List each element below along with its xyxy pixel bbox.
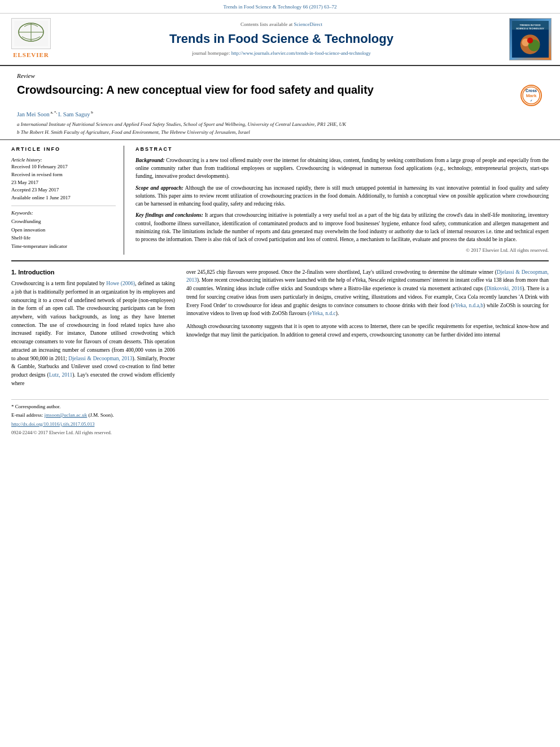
- article-title-row: Crowdsourcing: A new conceptual view for…: [17, 82, 543, 107]
- abstract-column: ABSTRACT Background: Crowdsourcing is a …: [135, 146, 549, 255]
- journal-cover-area: TRENDS IN FOOD SCIENCE & TECHNOLOGY: [506, 18, 554, 60]
- abstract-text: Background: Crowdsourcing is a new tool …: [135, 156, 549, 255]
- keyword-4: Time-temperature indicator: [11, 243, 116, 250]
- intro-left-column: 1. Introduction Crowdsourcing is a term …: [11, 268, 175, 388]
- sciencedirect-link[interactable]: ScienceDirect: [294, 21, 322, 27]
- article-history-label: Article history:: [11, 156, 116, 164]
- intro-title: Introduction: [18, 269, 54, 276]
- doi-link: http://dx.doi.org/10.1016/j.tifs.2017.05…: [11, 421, 549, 428]
- lutz-ref[interactable]: Lutz, 2011: [49, 372, 72, 378]
- affiliations: a International Institute of Nutritional…: [17, 121, 543, 136]
- author2-link[interactable]: I. Sam Saguy: [58, 111, 90, 117]
- received-revised-label: Received in revised form: [11, 171, 116, 178]
- crossmark-icon: Cross Mark ✓: [520, 85, 542, 106]
- affiliation-a: a International Institute of Nutritional…: [17, 121, 543, 129]
- abstract-label-2: Scope and approach:: [135, 185, 183, 191]
- article-info-column: ARTICLE INFO Article history: Received 1…: [11, 146, 124, 255]
- keyword-2: Open innovation: [11, 226, 116, 234]
- article-history-block: Article history: Received 10 February 20…: [11, 156, 116, 202]
- corresponding-author-note: * Corresponding author.: [11, 403, 549, 410]
- authors-line: Jan Mei Soon a, *, I. Sam Saguy b: [17, 110, 543, 119]
- journal-citation-bar: Trends in Food Science & Technology 66 (…: [0, 0, 560, 14]
- article-type-label: Review: [17, 72, 543, 80]
- author2-superscript: b: [90, 110, 93, 115]
- abstract-body-1: Crowdsourcing is a new tool offered main…: [135, 158, 549, 180]
- intro-number: 1.: [11, 269, 16, 276]
- email-label: E-mail address:: [11, 412, 43, 418]
- email-link[interactable]: jmsoon@uclan.ac.uk: [44, 412, 87, 418]
- intro-heading: 1. Introduction: [11, 268, 175, 277]
- intro-para-3: Although crowdsourcing taxonomy suggests…: [186, 322, 549, 339]
- svg-text:Mark: Mark: [526, 93, 537, 98]
- abstract-para-2: Scope and approach: Although the use of …: [135, 184, 549, 208]
- abstract-para-1: Background: Crowdsourcing is a new tool …: [135, 156, 549, 181]
- article-meta: Review Crowdsourcing: A new conceptual v…: [0, 66, 560, 141]
- djelassi-ref1[interactable]: Djelassi & Decoopman, 2013: [68, 356, 132, 361]
- abstract-body-2: Although the use of crowdsourcing has in…: [135, 185, 549, 207]
- svg-text:TRENDS IN FOOD: TRENDS IN FOOD: [520, 23, 541, 26]
- elsevier-logo-area: ELSEVIER: [6, 18, 56, 60]
- homepage-url[interactable]: http://www.journals.elsevier.com/trends-…: [231, 50, 371, 56]
- article-title: Crowdsourcing: A new conceptual view for…: [17, 82, 515, 97]
- journal-title-area: Contents lists available at ScienceDirec…: [62, 18, 501, 60]
- intro-right-column: over 245,825 chip flavours were proposed…: [186, 268, 549, 388]
- svg-text:✓: ✓: [530, 99, 532, 102]
- dinkovski-ref[interactable]: Dinkovski, 2016: [486, 286, 522, 291]
- introduction-section: 1. Introduction Crowdsourcing is a term …: [0, 261, 560, 394]
- email-note: E-mail address: jmsoon@uclan.ac.uk (J.M.…: [11, 412, 549, 419]
- abstract-copyright: © 2017 Elsevier Ltd. All rights reserved…: [135, 247, 549, 255]
- corresponding-label: * Corresponding author.: [11, 404, 60, 409]
- footnote-section: * Corresponding author. E-mail address: …: [11, 399, 549, 436]
- author1-link[interactable]: Jan Mei Soon: [17, 111, 50, 117]
- homepage-line: journal homepage: http://www.journals.el…: [192, 50, 371, 57]
- eyeka-ref2[interactable]: eYeka, n.d.c: [309, 311, 336, 316]
- footer-copyright: 0924-2244/© 2017 Elsevier Ltd. All right…: [11, 430, 549, 436]
- journal-title: Trends in Food Science & Technology: [169, 30, 393, 48]
- journal-cover-image: TRENDS IN FOOD SCIENCE & TECHNOLOGY: [509, 18, 552, 60]
- received-revised-date: 23 May 2017: [11, 179, 116, 186]
- article-info-abstract-section: ARTICLE INFO Article history: Received 1…: [0, 140, 560, 260]
- intro-para-1: Crowdsourcing is a term first populated …: [11, 279, 175, 387]
- accepted-date: Accepted 23 May 2017: [11, 186, 116, 194]
- svg-text:Cross: Cross: [526, 89, 537, 93]
- keyword-3: Shelf-life: [11, 234, 116, 242]
- svg-point-11: [527, 37, 533, 43]
- keywords-block: Keywords: Crowdfunding Open innovation S…: [11, 209, 116, 250]
- crossmark-badge: Cross Mark ✓: [520, 85, 543, 107]
- email-person: (J.M. Soon).: [89, 412, 114, 418]
- article-dates: Received 10 February 2017 Received in re…: [11, 163, 116, 201]
- divider-1: [11, 206, 116, 206]
- available-date: Available online 1 June 2017: [11, 194, 116, 202]
- keyword-1: Crowdfunding: [11, 218, 116, 225]
- journal-header: ELSEVIER Contents lists available at Sci…: [0, 14, 560, 66]
- eyeka-ref1[interactable]: eYeka, n.d.a,b: [453, 303, 483, 308]
- djelassi-ref2[interactable]: Djelassi & Decoopman, 2013: [186, 269, 549, 283]
- sciencedirect-line: Contents lists available at ScienceDirec…: [240, 21, 322, 28]
- keywords-label: Keywords:: [11, 210, 33, 216]
- abstract-label-1: Background:: [135, 158, 165, 163]
- author1-superscript: a, *,: [50, 110, 58, 115]
- article-info-heading: ARTICLE INFO: [11, 146, 116, 153]
- intro-para-2: over 245,825 chip flavours were proposed…: [186, 268, 549, 318]
- howe-ref[interactable]: Howe (2006): [106, 281, 135, 286]
- abstract-heading: ABSTRACT: [135, 146, 549, 153]
- journal-citation: Trends in Food Science & Technology 66 (…: [224, 4, 337, 10]
- elsevier-logo-image: [11, 18, 51, 49]
- abstract-label-3: Key findings and conclusions:: [135, 212, 203, 218]
- svg-text:SCIENCE & TECHNOLOGY: SCIENCE & TECHNOLOGY: [516, 27, 544, 29]
- elsevier-logo: ELSEVIER: [11, 18, 51, 59]
- elsevier-brand-text: ELSEVIER: [13, 51, 49, 59]
- affiliation-b: b The Robert H. Smith Faculty of Agricul…: [17, 129, 543, 137]
- abstract-para-3: Key findings and conclusions: It argues …: [135, 211, 549, 243]
- doi-url[interactable]: http://dx.doi.org/10.1016/j.tifs.2017.05…: [11, 421, 94, 427]
- received-date: Received 10 February 2017: [11, 163, 116, 171]
